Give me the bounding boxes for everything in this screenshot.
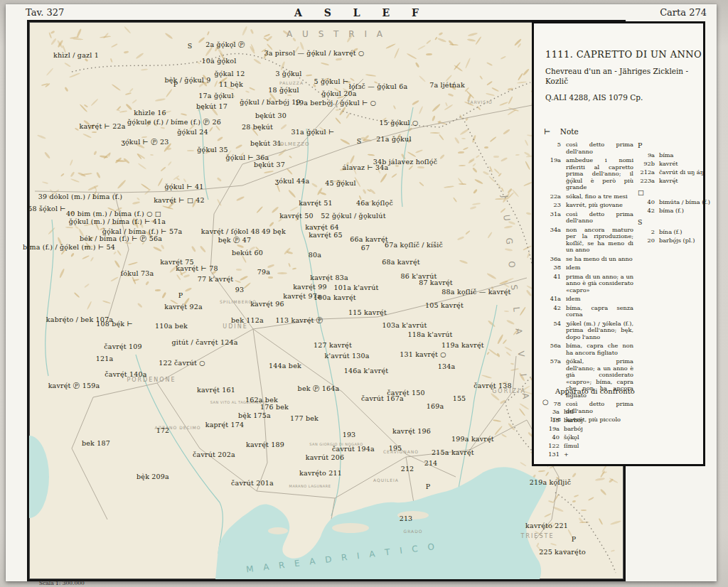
carta-number: Carta 274 — [660, 7, 707, 18]
symbol-group-header: P — [638, 141, 706, 149]
entry-word: bimúta / bíma (f.) — [659, 198, 710, 205]
apparato-entry: 40šǫ́kǫl — [542, 433, 649, 441]
symbol-group-entry: 20barbǫ́js (pl.) — [638, 237, 706, 244]
entry-word: hitl — [564, 408, 574, 415]
turnstile-icon: ⊢ — [544, 127, 550, 136]
note-number: 42 — [542, 305, 561, 318]
entry-number: 19a — [542, 425, 560, 432]
entry-number: 223a — [638, 177, 655, 184]
entry-number: 40 — [638, 198, 655, 205]
entry-word: bíma — [659, 151, 674, 158]
symbol-groups: P9abíma92bkavrét212ačavrút di uŋ áŋ223ak… — [638, 137, 706, 245]
note-number: 56a — [542, 343, 561, 356]
apparato-entries: 3ahitl15barbój19abarbój40šǫ́kǫl122ſímul1… — [542, 408, 649, 458]
symbol-group-entry: 42bíma (f.) — [638, 207, 706, 214]
note-item: 31acosì detto prima dell'anno — [542, 211, 633, 225]
scale-note: Scala 1: 300.000 — [39, 580, 85, 586]
note-item: 42bíma, capra senza corna — [542, 305, 633, 318]
entry-word: barbǫ́js (pl.) — [659, 237, 695, 244]
lagoon-island — [268, 527, 288, 534]
note-number: 36a — [542, 256, 561, 263]
note-item: 19aambedue i nomi riferiti al capretto p… — [542, 157, 633, 191]
notes-list: 5così detto prima dell'anno19aambedue i … — [542, 141, 633, 426]
apparato-entry: 131+ — [542, 451, 649, 458]
carta-reference: Q.ALI 4288, AIS 1079 Cp. — [545, 92, 692, 102]
entry-word: kavrę́t — [659, 177, 678, 184]
note-number: 22a — [542, 193, 561, 200]
note-text: ambedue i nomi riferiti al capretto prim… — [566, 157, 633, 191]
note-number: 41 — [542, 274, 561, 294]
atlas-plate: Tav. 327 A S L E F Carta 274 — [6, 4, 717, 581]
note-text: bíma, capra senza corna — [566, 305, 633, 318]
note-text: idem — [566, 296, 633, 303]
rivers-layer — [46, 107, 497, 554]
note-text: non ancora maturo per la riproduzione; k… — [566, 227, 633, 254]
note-number: 34a — [542, 227, 561, 254]
note-number: 31a — [542, 211, 561, 225]
note-number: 5 — [542, 141, 561, 155]
symbol-group-header: S — [638, 218, 706, 226]
note-text: se ha meno di un anno — [566, 256, 633, 263]
symbol-group-entry: 40bimúta / bíma (f.) — [638, 198, 706, 205]
note-text: così detto prima dell'anno — [566, 141, 633, 155]
note-item: 23kavrét, più giovane — [542, 202, 633, 209]
entry-word: šǫ́kǫl — [564, 433, 579, 441]
page: { "header": {"tav": "Tav. 327", "title":… — [0, 0, 728, 587]
lagoon-island — [332, 523, 369, 533]
note-text: idem — [566, 264, 633, 271]
legend-panel: 1111. CAPRETTO DI UN ANNO Chevreau d'un … — [532, 21, 705, 466]
note-text: così detto prima dell'anno — [566, 211, 633, 225]
lagoon-island — [397, 511, 429, 519]
entry-word: ſímul — [564, 442, 579, 449]
entry-number: 3a — [542, 408, 560, 415]
note-item: 41prima di un anno; a un anno è già cons… — [542, 274, 633, 294]
note-text: prima di un anno; a un anno è già consid… — [566, 274, 633, 294]
note-number: 23 — [542, 202, 561, 209]
note-item: 54ʒókel (m.) / ʒókela (f.), prima dell'a… — [542, 321, 633, 341]
note-number: 19a — [542, 157, 561, 191]
entry-number: 122 — [542, 442, 560, 449]
entry-word: barbój — [564, 425, 583, 432]
circle-icon: ○ — [542, 398, 649, 406]
entry-number: 15 — [542, 416, 560, 424]
note-text: bíma, capra che non ha ancora figliato — [566, 343, 633, 356]
plate-number: Tav. 327 — [26, 7, 64, 18]
note-text: ʒókel (m.) / ʒókela (f.), prima dell'ann… — [566, 321, 633, 341]
entry-word: barbój — [564, 416, 583, 424]
symbol-group-entry: 212ačavrút di uŋ áŋ — [638, 168, 706, 176]
entry-word: kavrét — [659, 160, 678, 167]
note-text: kavrét, più giovane — [566, 202, 633, 209]
note-number: 38 — [542, 264, 561, 271]
entry-word: + — [564, 451, 569, 458]
apparato-entry: 15barbój — [542, 416, 649, 424]
entry-number: 20 — [638, 237, 655, 244]
entry-number: 2 — [638, 228, 655, 235]
entry-number: 40 — [542, 433, 560, 441]
entry-word: čavrút di uŋ áŋ — [659, 168, 704, 176]
note-item: 5così detto prima dell'anno — [542, 141, 633, 155]
note-item: 36ase ha meno di un anno — [542, 256, 633, 263]
atlas-title: A S L E F — [294, 7, 428, 18]
symbol-group-entry: 223akavrę́t — [638, 177, 706, 184]
carta-subtitle: Chevreau d'un an - Jähriges Zicklein - K… — [545, 66, 692, 86]
symbol-group-header: □ — [638, 188, 706, 196]
entry-number: 131 — [542, 451, 560, 458]
carta-title: 1111. CAPRETTO DI UN ANNO — [545, 49, 692, 60]
note-item: 22asókal, fino a tre mesi — [542, 193, 633, 200]
apparato-title: Apparato di confronto — [555, 387, 649, 395]
carta-title-text: CAPRETTO DI UN ANNO — [577, 49, 702, 60]
entry-number: 9a — [638, 151, 655, 158]
sea-layer — [29, 436, 547, 579]
entry-number: 42 — [638, 207, 655, 214]
apparato-entry: 3ahitl — [542, 408, 649, 415]
note-header-label: Note — [560, 127, 579, 136]
symbol-group-entry: 2bína (f.) — [638, 228, 706, 235]
note-number: 41a — [542, 296, 561, 303]
entry-number: 212a — [638, 168, 655, 176]
apparato-section: Apparato di confronto ○ 3ahitl15barbój19… — [542, 387, 649, 459]
apparato-entry: 19abarbój — [542, 425, 649, 432]
note-number: 54 — [542, 321, 561, 341]
note-item: 34anon ancora maturo per la riproduzione… — [542, 227, 633, 254]
note-text: sókal, fino a tre mesi — [566, 193, 633, 200]
symbol-group-entry: 9abíma — [638, 151, 706, 158]
